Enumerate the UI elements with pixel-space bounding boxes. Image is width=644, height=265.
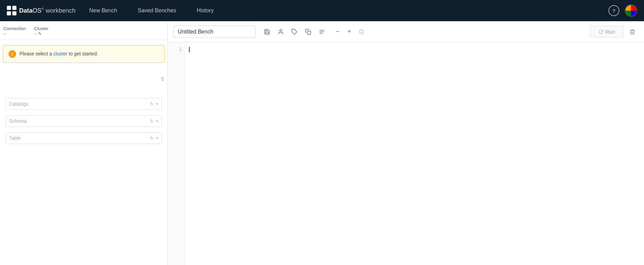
svg-point-4 <box>280 29 282 31</box>
schema-icons: ↻ ▾ <box>150 118 158 124</box>
svg-point-10 <box>359 30 363 34</box>
brand-workbench: workbench <box>46 7 75 14</box>
nav-saved-benches[interactable]: Saved Benches <box>138 6 176 15</box>
line-number-1: 1 <box>171 47 182 52</box>
cluster-label: Cluster <box>34 26 48 31</box>
warning-icon: ! <box>9 50 16 58</box>
format-button[interactable] <box>316 26 328 38</box>
zoom-in-button[interactable]: + <box>344 26 355 37</box>
connection-section: Connection – <box>3 26 26 36</box>
schema-refresh-icon[interactable]: ↻ <box>150 118 154 124</box>
cluster-section: Cluster – ✎ <box>34 26 48 36</box>
content-area: − + Run <box>168 21 644 265</box>
catalogs-refresh-icon[interactable]: ↻ <box>150 101 154 107</box>
nav-history[interactable]: History <box>197 6 214 15</box>
connection-cluster-area: Connection – Cluster – ✎ <box>3 26 72 36</box>
share-button[interactable] <box>275 26 287 38</box>
zoom-out-button[interactable]: − <box>332 26 343 37</box>
schema-label: Schema <box>9 118 148 124</box>
search-button[interactable] <box>355 26 368 38</box>
table-dropdown[interactable]: Table ↻ ▾ <box>5 132 162 144</box>
run-icon <box>598 29 603 34</box>
cluster-link[interactable]: cluster <box>53 51 67 56</box>
text-cursor <box>189 47 190 52</box>
save-icon <box>264 29 270 35</box>
tag-button[interactable] <box>288 26 301 38</box>
run-button[interactable]: Run <box>590 26 623 38</box>
catalogs-chevron-icon[interactable]: ▾ <box>156 102 158 106</box>
search-icon <box>359 29 364 35</box>
cursor-line <box>189 47 640 53</box>
schema-dropdown[interactable]: Schema ↻ ▾ <box>5 115 162 127</box>
table-chevron-icon[interactable]: ▾ <box>156 136 158 141</box>
connection-dash: – <box>3 31 6 36</box>
warning-text-after: to get started. <box>67 51 98 56</box>
delete-button[interactable] <box>626 26 639 38</box>
zoom-controls: − + <box>332 26 368 38</box>
catalogs-dropdown[interactable]: Catalogs ↻ ▾ <box>5 98 162 110</box>
save-button[interactable] <box>261 26 273 38</box>
editor-area: 1 <box>168 42 644 265</box>
cluster-value: – ✎ <box>34 31 48 36</box>
cluster-edit-icon[interactable]: ✎ <box>38 31 42 36</box>
brand-text: DataOS® workbench <box>19 7 75 14</box>
line-numbers: 1 <box>168 42 185 265</box>
table-label: Table <box>9 135 148 141</box>
brand-os: OS <box>33 7 41 14</box>
catalogs-icons: ↻ ▾ <box>150 101 158 107</box>
copy-icon <box>305 29 311 35</box>
sidebar-top-area: Connection – Cluster – ✎ <box>0 21 167 40</box>
user-avatar[interactable] <box>625 4 637 17</box>
catalogs-label: Catalogs <box>9 101 148 107</box>
cluster-warning-banner: ! Please select a cluster to get started… <box>3 45 165 63</box>
top-navigation: DataOS® workbench New Bench Saved Benche… <box>0 0 644 21</box>
cluster-dash: – <box>34 31 37 36</box>
warning-text-before: Please select a <box>20 51 53 56</box>
warning-text: Please select a cluster to get started. <box>20 50 98 57</box>
nav-new-bench[interactable]: New Bench <box>89 6 117 15</box>
svg-rect-2 <box>7 11 11 15</box>
dataos-logo-icon <box>7 6 16 15</box>
svg-line-11 <box>363 33 364 34</box>
table-refresh-icon[interactable]: ↻ <box>150 135 154 141</box>
brand-logo-area: DataOS® workbench <box>7 6 75 15</box>
table-icons: ↻ ▾ <box>150 135 158 141</box>
svg-rect-6 <box>307 31 311 34</box>
help-button[interactable]: ? <box>608 5 619 16</box>
editor-content[interactable] <box>185 42 644 265</box>
nav-links: New Bench Saved Benches History <box>89 6 595 15</box>
run-label: Run <box>605 29 615 35</box>
svg-rect-0 <box>7 6 11 10</box>
user-icon <box>278 29 284 35</box>
tag-icon <box>291 29 298 35</box>
toolbar: − + Run <box>168 21 644 42</box>
brand-data: Data <box>19 7 33 14</box>
brand-reg: ® <box>41 7 44 11</box>
schema-chevron-icon[interactable]: ▾ <box>156 119 158 123</box>
bench-name-input[interactable] <box>173 26 255 38</box>
sidebar-collapse-button[interactable]: ⇧ <box>160 76 165 82</box>
topnav-right-area: ? <box>608 4 637 17</box>
connection-value: – <box>3 31 26 36</box>
main-layout: Connection – Cluster – ✎ ! Please selec <box>0 21 644 265</box>
format-icon <box>319 29 325 35</box>
trash-icon <box>629 29 635 35</box>
connection-label: Connection <box>3 26 26 31</box>
svg-rect-3 <box>12 11 16 15</box>
svg-rect-1 <box>12 6 16 10</box>
toolbar-action-buttons <box>261 26 328 38</box>
sidebar: Connection – Cluster – ✎ ! Please selec <box>0 21 168 265</box>
duplicate-button[interactable] <box>302 26 314 38</box>
